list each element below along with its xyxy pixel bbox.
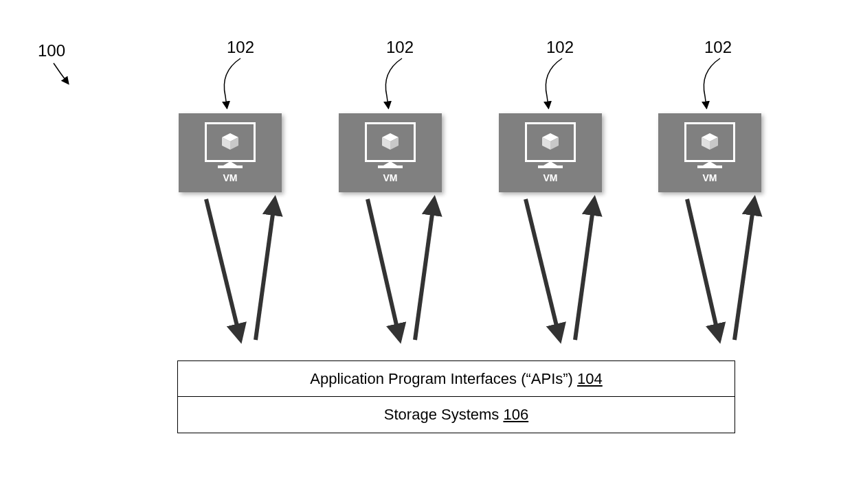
svg-line-3 [415,199,434,340]
svg-line-7 [735,199,754,340]
svg-line-4 [526,199,560,340]
api-layer-box: Application Program Interfaces (“APIs”) … [177,360,735,398]
svg-line-2 [368,199,400,340]
svg-line-6 [687,199,719,340]
api-layer-text: Application Program Interfaces (“APIs”) … [310,370,603,388]
storage-layer-text: Storage Systems 106 [384,406,528,424]
svg-line-0 [206,199,240,340]
svg-line-5 [575,199,594,340]
svg-line-1 [256,199,275,340]
storage-layer-box: Storage Systems 106 [177,396,735,433]
